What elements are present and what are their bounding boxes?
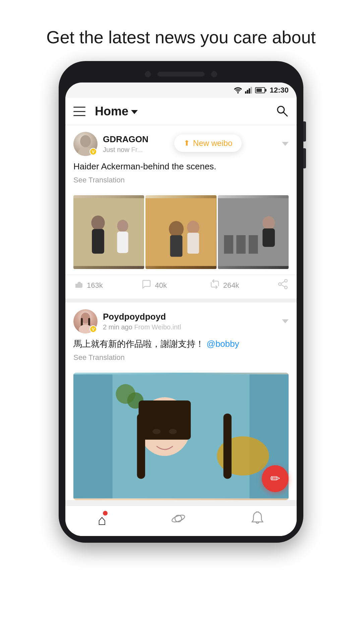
post-image-2[interactable] <box>145 195 216 269</box>
feed: V GDRAGON Just now Fr... ⬆ New weibo <box>65 125 297 500</box>
post-mention[interactable]: @bobby <box>206 339 239 349</box>
sensor <box>211 71 217 77</box>
speaker-grille <box>158 72 204 76</box>
post-actions: 163k 40k <box>65 274 297 299</box>
svg-rect-43 <box>223 414 231 479</box>
share-icon <box>278 279 289 292</box>
notification-dot <box>103 511 108 516</box>
svg-rect-4 <box>250 87 252 94</box>
post-image-1[interactable] <box>73 195 144 269</box>
svg-point-45 <box>169 429 177 434</box>
svg-rect-2 <box>247 90 248 94</box>
svg-rect-21 <box>236 235 246 254</box>
page-headline: Get the latest news you care about <box>26 0 336 61</box>
post-text-content: 馬上就有新的作品啦，謝謝支持！ <box>73 339 204 349</box>
svg-line-6 <box>283 112 287 116</box>
like-icon <box>73 279 83 291</box>
svg-point-26 <box>279 283 281 285</box>
avatar: V <box>73 132 98 156</box>
svg-point-17 <box>187 221 199 234</box>
post-card: V Poydpoydpoyd 2 min ago From Weibo.intl… <box>65 303 297 500</box>
search-button[interactable] <box>275 104 289 119</box>
post-image-3[interactable] <box>218 195 289 269</box>
post-meta: Poydpoydpoyd 2 min ago From Weibo.intl <box>103 312 282 331</box>
battery-icon <box>255 87 265 93</box>
post-header: V Poydpoydpoyd 2 min ago From Weibo.intl <box>65 303 297 337</box>
svg-rect-24 <box>262 228 275 247</box>
volume-up-button <box>303 121 306 142</box>
status-time: 12:30 <box>270 86 289 95</box>
home-label: Home <box>95 104 128 118</box>
svg-rect-20 <box>224 235 233 254</box>
menu-button[interactable] <box>73 107 85 116</box>
new-weibo-label: New weibo <box>193 139 232 148</box>
phone-screen: 12:30 Home <box>65 83 297 536</box>
post-time: 2 min ago From Weibo.intl <box>103 323 282 331</box>
comment-count: 40k <box>155 281 167 290</box>
svg-line-28 <box>281 281 285 283</box>
bottom-navigation: ⌂ <box>65 505 297 536</box>
svg-point-10 <box>91 216 105 230</box>
image-grid <box>73 195 289 269</box>
phone-device: 12:30 Home <box>59 61 303 543</box>
compose-fab-button[interactable]: ✏ <box>262 465 289 492</box>
svg-rect-1 <box>245 92 246 94</box>
status-icons <box>234 87 265 94</box>
svg-point-12 <box>117 220 128 232</box>
nav-home[interactable]: ⌂ <box>98 512 106 528</box>
bell-icon <box>250 511 264 529</box>
see-translation-button[interactable]: See Translation <box>73 176 289 184</box>
svg-rect-16 <box>170 235 183 257</box>
like-button[interactable]: 163k <box>73 279 141 291</box>
svg-rect-35 <box>73 375 113 499</box>
volume-down-button <box>303 148 306 168</box>
app-header: Home <box>65 98 297 125</box>
svg-point-0 <box>237 92 239 94</box>
svg-rect-9 <box>73 198 144 266</box>
svg-point-7 <box>80 135 91 147</box>
repost-icon <box>210 279 220 291</box>
svg-line-29 <box>281 285 285 287</box>
svg-rect-42 <box>137 414 145 479</box>
verified-badge: V <box>89 325 97 333</box>
post-image[interactable] <box>73 373 289 500</box>
dropdown-arrow-icon <box>131 110 138 114</box>
post-username: Poydpoydpoyd <box>103 312 282 322</box>
new-weibo-tooltip[interactable]: ⬆ New weibo <box>174 135 242 152</box>
nav-discover[interactable] <box>171 511 186 529</box>
svg-rect-11 <box>92 229 104 254</box>
edit-icon: ✏ <box>270 472 280 486</box>
status-bar: 12:30 <box>65 83 297 98</box>
post-chevron-icon[interactable] <box>282 319 289 323</box>
phone-top-bar <box>65 71 297 83</box>
post-body: Haider Ackerman-behind the scenes. See T… <box>65 160 297 195</box>
post-text: Haider Ackerman-behind the scenes. <box>73 160 289 173</box>
header-title[interactable]: Home <box>95 104 138 118</box>
avatar: V <box>73 309 98 333</box>
post-card: V GDRAGON Just now Fr... ⬆ New weibo <box>65 125 297 299</box>
svg-rect-22 <box>249 235 258 254</box>
like-count: 163k <box>87 281 103 290</box>
repost-button[interactable]: 264k <box>210 279 278 291</box>
front-camera <box>145 71 151 77</box>
svg-point-25 <box>285 279 287 282</box>
svg-rect-3 <box>249 89 250 94</box>
svg-point-44 <box>153 429 160 434</box>
post-chevron-icon[interactable] <box>282 142 289 146</box>
see-translation-button[interactable]: See Translation <box>73 353 289 362</box>
svg-point-15 <box>169 221 184 237</box>
svg-point-27 <box>285 286 287 289</box>
share-button[interactable] <box>278 279 289 292</box>
svg-rect-13 <box>117 232 128 253</box>
repost-count: 264k <box>223 281 239 290</box>
post-header: V GDRAGON Just now Fr... ⬆ New weibo <box>65 125 297 160</box>
new-weibo-arrow-icon: ⬆ <box>184 139 190 148</box>
nav-notifications[interactable] <box>250 511 264 529</box>
signal-icon <box>245 87 252 94</box>
svg-rect-19 <box>218 198 289 266</box>
comment-button[interactable]: 40k <box>141 279 209 291</box>
post-body: 馬上就有新的作品啦，謝謝支持！ @bobby See Translation <box>65 337 297 373</box>
wifi-icon <box>234 87 242 94</box>
svg-rect-41 <box>139 400 191 440</box>
svg-point-23 <box>262 216 275 230</box>
